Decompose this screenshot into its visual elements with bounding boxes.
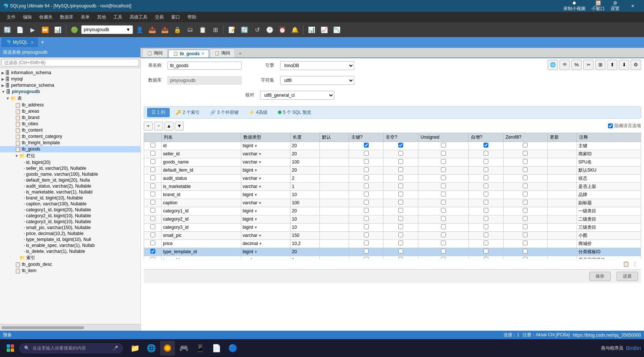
table-row[interactable]: is_marketable varchar ▼ 1 是否上架 <box>144 182 641 191</box>
tb-table-btn[interactable]: ⊞ <box>209 24 221 36</box>
move-down-btn[interactable]: ▼ <box>175 122 184 130</box>
col-pk[interactable] <box>349 158 384 166</box>
col-type[interactable]: bigint ▼ <box>241 248 290 256</box>
menu-window[interactable]: 窗口 <box>167 13 184 22</box>
col-pk[interactable] <box>349 166 384 174</box>
col-notnull[interactable] <box>384 215 418 223</box>
type-dropdown-arrow[interactable]: ▼ <box>254 225 258 229</box>
row-checkbox[interactable] <box>150 232 155 237</box>
col-unsigned[interactable] <box>418 215 468 223</box>
col-pk[interactable] <box>349 207 384 215</box>
tree-item-11[interactable]: 📋tb_freight_template <box>0 140 140 146</box>
pk-checkbox[interactable] <box>364 184 369 188</box>
tb-ext2-btn[interactable]: 📈 <box>318 24 330 36</box>
conn-tab-close[interactable]: ✕ <box>31 40 34 44</box>
col-default[interactable] <box>319 223 349 231</box>
type-dropdown-arrow[interactable]: ▼ <box>258 176 262 181</box>
col-pk[interactable] <box>349 142 384 150</box>
remove-col-btn[interactable]: − <box>154 122 163 130</box>
col-notnull[interactable] <box>384 191 418 199</box>
hscroll-thumb[interactable] <box>1 326 84 329</box>
col-update[interactable] <box>547 158 577 166</box>
col-unsigned[interactable] <box>418 256 468 259</box>
expand-icon[interactable]: ▼ <box>15 154 19 158</box>
type-dropdown-arrow[interactable]: ▼ <box>258 152 262 156</box>
notnull-checkbox[interactable] <box>398 241 403 245</box>
col-autoinc[interactable] <box>469 223 503 231</box>
menu-transaction[interactable]: 交易 <box>151 13 167 22</box>
autoinc-checkbox[interactable] <box>484 192 488 196</box>
col-update[interactable] <box>547 199 577 207</box>
col-update[interactable] <box>547 223 577 231</box>
row-cb[interactable] <box>144 239 162 248</box>
editor-icon-table2[interactable]: ⊞ <box>595 60 605 70</box>
tb-new-btn[interactable]: 📄 <box>14 24 26 36</box>
autoinc-checkbox[interactable] <box>484 249 488 254</box>
tb-run-btn[interactable]: ▶ <box>27 24 39 36</box>
col-default[interactable] <box>319 150 349 158</box>
col-length[interactable]: 10 <box>290 215 319 223</box>
editor-icon-download[interactable]: ⬇ <box>619 60 629 70</box>
notnull-checkbox[interactable] <box>398 224 403 229</box>
pk-checkbox[interactable] <box>364 192 369 196</box>
menu-database[interactable]: 数据库 <box>56 13 77 22</box>
notnull-checkbox[interactable] <box>398 143 403 148</box>
autoinc-checkbox[interactable] <box>484 151 488 156</box>
col-type[interactable]: varchar ▼ <box>241 256 290 259</box>
col-pk[interactable] <box>349 174 384 182</box>
col-autoinc[interactable] <box>469 239 503 248</box>
sidebar-hscroll[interactable] <box>0 324 140 331</box>
tb-profile-btn[interactable]: 🟢 <box>69 24 80 36</box>
tree-item-3[interactable]: ▼🗄pinyougoudb <box>0 89 140 95</box>
col-name[interactable]: is_enable_spec <box>162 256 241 259</box>
conn-tab-mysql[interactable]: 🐬 MySQL ✕ <box>1 37 38 47</box>
type-dropdown-arrow[interactable]: ▼ <box>258 185 262 189</box>
col-notnull[interactable] <box>384 158 418 166</box>
row-checkbox[interactable] <box>150 249 155 254</box>
row-checkbox[interactable] <box>150 241 155 245</box>
row-cb[interactable] <box>144 248 162 256</box>
autoinc-checkbox[interactable] <box>484 175 488 180</box>
row-cb[interactable] <box>144 215 162 223</box>
expand-icon[interactable]: ▼ <box>1 90 5 94</box>
pk-checkbox[interactable] <box>364 208 369 213</box>
row-cb[interactable] <box>144 174 162 182</box>
col-tab-advanced[interactable]: ⚡ 4高级 <box>245 108 272 117</box>
unsigned-checkbox[interactable] <box>441 208 446 213</box>
tb-export-btn[interactable]: 📤 <box>159 24 171 36</box>
zerofill-checkbox[interactable] <box>523 167 528 172</box>
zerofill-checkbox[interactable] <box>523 143 528 148</box>
pk-checkbox[interactable] <box>364 151 369 156</box>
row-checkbox[interactable] <box>150 200 155 205</box>
tree-item-30[interactable]: 📁索引 <box>0 254 140 261</box>
tree-item-19[interactable]: ▪is_marketable, varchar(1), Nullabl <box>0 189 140 195</box>
table-row[interactable]: seller_id varchar ▼ 20 商家ID <box>144 150 641 158</box>
col-length[interactable]: 20 <box>290 150 319 158</box>
col-name[interactable]: brand_id <box>162 191 241 199</box>
col-zerofill[interactable] <box>503 199 547 207</box>
col-unsigned[interactable] <box>418 191 468 199</box>
col-notnull[interactable] <box>384 207 418 215</box>
autoinc-checkbox[interactable] <box>484 208 488 213</box>
col-type[interactable]: bigint ▼ <box>241 215 290 223</box>
tree-item-7[interactable]: 📋tb_brand <box>0 115 140 121</box>
query-tab-0[interactable]: 📋 询问 <box>142 49 167 57</box>
col-name[interactable]: seller_id <box>162 150 241 158</box>
col-default[interactable] <box>319 239 349 248</box>
taskbar-app-phone[interactable]: 📱 <box>193 341 208 356</box>
row-cb[interactable] <box>144 199 162 207</box>
col-autoinc[interactable] <box>469 256 503 259</box>
bottom-icon-1[interactable]: 📋 <box>622 260 630 268</box>
col-update[interactable] <box>547 215 577 223</box>
col-update[interactable] <box>547 142 577 150</box>
col-default[interactable] <box>319 207 349 215</box>
row-checkbox[interactable] <box>150 151 155 156</box>
col-default[interactable] <box>319 158 349 166</box>
row-checkbox[interactable] <box>150 192 155 196</box>
tb-refresh-btn[interactable]: 🔄 <box>1 24 13 36</box>
col-autoinc[interactable] <box>469 182 503 191</box>
col-notnull[interactable] <box>384 223 418 231</box>
col-update[interactable] <box>547 174 577 182</box>
col-length[interactable]: 1 <box>290 256 319 259</box>
tree-item-25[interactable]: ▪small_pic, varchar(150), Nullable <box>0 225 140 231</box>
